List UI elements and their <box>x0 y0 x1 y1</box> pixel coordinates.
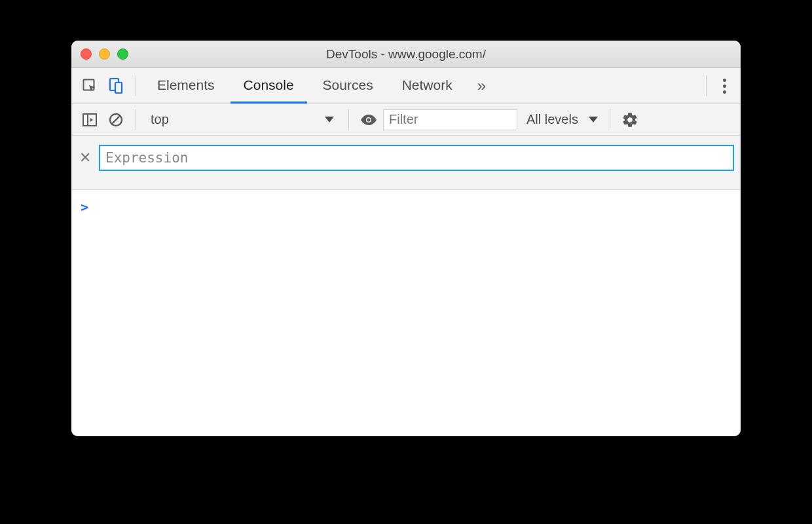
tab-label: Elements <box>157 77 215 93</box>
zoom-window-button[interactable] <box>117 48 128 60</box>
separator <box>348 109 349 130</box>
close-window-button[interactable] <box>81 48 92 60</box>
console-output[interactable]: > <box>71 190 741 436</box>
live-expression-eye-icon[interactable] <box>357 108 380 132</box>
devtools-window: DevTools - www.google.com/ Elements Cons… <box>71 41 741 436</box>
separator <box>136 109 136 130</box>
live-expression-row: ✕ <box>71 136 741 190</box>
title-bar: DevTools - www.google.com/ <box>71 41 741 68</box>
context-label: top <box>151 112 169 127</box>
separator <box>706 75 707 96</box>
close-icon[interactable]: ✕ <box>78 151 92 165</box>
console-toolbar: top All levels <box>71 104 741 136</box>
svg-rect-2 <box>115 83 122 93</box>
tab-elements[interactable]: Elements <box>144 68 228 103</box>
svg-rect-0 <box>84 80 94 90</box>
tab-console[interactable]: Console <box>231 68 307 103</box>
console-settings-icon[interactable] <box>618 108 642 132</box>
clear-console-icon[interactable] <box>104 108 128 132</box>
chevron-down-icon <box>325 117 334 122</box>
traffic-lights <box>81 48 128 60</box>
window-title: DevTools - www.google.com/ <box>71 47 741 62</box>
tab-label: Network <box>402 77 452 93</box>
minimize-window-button[interactable] <box>99 48 110 60</box>
tab-network[interactable]: Network <box>389 68 466 103</box>
svg-rect-3 <box>83 114 96 126</box>
svg-point-8 <box>367 118 371 121</box>
levels-label: All levels <box>526 112 578 127</box>
tab-label: Console <box>244 77 294 93</box>
tab-sources[interactable]: Sources <box>310 68 386 103</box>
inspect-element-icon[interactable] <box>78 74 101 98</box>
svg-line-6 <box>112 116 120 124</box>
console-prompt: > <box>81 199 88 215</box>
device-toolbar-icon[interactable] <box>104 74 128 98</box>
log-levels-selector[interactable]: All levels <box>520 112 602 127</box>
tab-label: Sources <box>323 77 373 93</box>
execution-context-selector[interactable]: top <box>144 109 341 131</box>
chevron-down-icon <box>589 117 598 122</box>
more-tabs-button[interactable]: » <box>468 78 495 94</box>
toggle-sidebar-icon[interactable] <box>78 108 101 132</box>
customize-menu-button[interactable] <box>714 76 734 96</box>
panel-tabstrip: Elements Console Sources Network » <box>71 68 741 104</box>
separator <box>610 109 610 130</box>
live-expression-input[interactable] <box>99 145 734 171</box>
separator <box>136 75 136 96</box>
console-filter-input[interactable] <box>383 109 517 130</box>
